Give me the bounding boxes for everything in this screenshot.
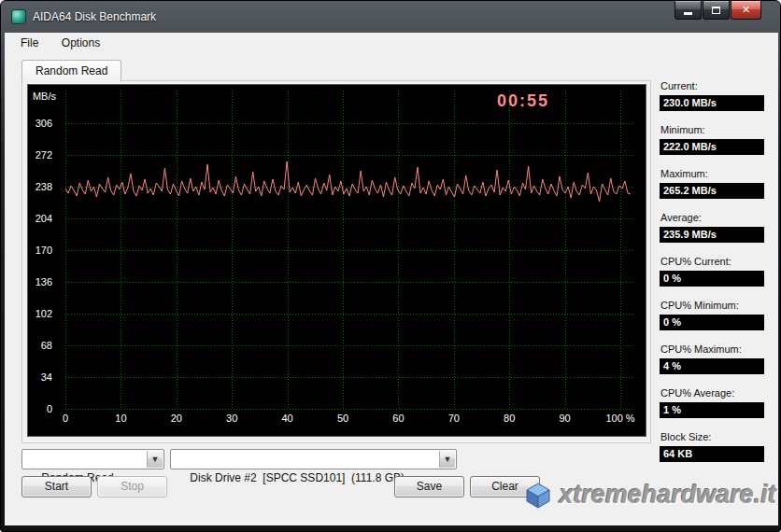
watermark-text: xtremehardware.it — [559, 481, 776, 510]
start-button[interactable]: Start — [21, 476, 92, 497]
minimize-icon — [684, 12, 692, 15]
y-tick-label: 238 — [28, 181, 52, 192]
stat-value-cpu-average: 1 % — [660, 402, 764, 418]
window-title: AIDA64 Disk Benchmark — [33, 10, 156, 23]
save-button[interactable]: Save — [394, 476, 464, 497]
stat-value-current: 230.0 MB/s — [660, 95, 764, 111]
window-controls: ✕ — [674, 1, 761, 20]
close-button[interactable]: ✕ — [731, 1, 761, 20]
stat-label-cpu-average: CPU% Average: — [660, 387, 764, 399]
stat-label-maximum: Maximum: — [660, 168, 764, 180]
stop-button[interactable]: Stop — [97, 476, 167, 497]
x-tick-label: 40 — [262, 413, 314, 424]
stat-label-average: Average: — [660, 212, 764, 224]
y-tick-label: 34 — [28, 371, 52, 383]
y-tick-label: 272 — [28, 149, 52, 161]
chart-canvas — [28, 85, 646, 436]
x-tick-label: 60 — [372, 413, 424, 424]
y-axis-unit-label: MB/s — [28, 91, 56, 102]
x-tick-label: 100 % — [594, 413, 646, 424]
stat-value-cpu-minimum: 0 % — [660, 315, 764, 330]
menu-file[interactable]: File — [11, 33, 48, 55]
x-tick-label: 70 — [428, 413, 480, 424]
x-tick-label: 30 — [206, 413, 258, 424]
stat-label-current: Current: — [660, 80, 764, 92]
y-tick-label: 136 — [28, 276, 52, 287]
stat-value-cpu-maximum: 4 % — [660, 358, 764, 374]
maximize-icon — [712, 7, 720, 14]
maximize-button[interactable] — [703, 1, 730, 20]
y-tick-label: 170 — [28, 245, 52, 256]
menu-bar: File Options — [5, 33, 778, 55]
stat-value-minimum: 222.0 MB/s — [660, 139, 764, 155]
stat-value-maximum: 265.2 MB/s — [660, 183, 764, 199]
chevron-down-icon[interactable]: ▼ — [147, 451, 163, 468]
menu-options[interactable]: Options — [52, 33, 109, 55]
x-tick-label: 80 — [483, 413, 535, 424]
y-tick-label: 68 — [28, 340, 52, 351]
y-tick-label: 204 — [28, 213, 52, 224]
app-icon — [11, 9, 26, 24]
drive-select[interactable]: Disk Drive #2 [SPCC SSD101] (111.8 GB) ▼ — [170, 449, 457, 469]
close-icon: ✕ — [742, 4, 750, 16]
x-tick-label: 10 — [94, 413, 147, 424]
title-bar[interactable]: AIDA64 Disk Benchmark ✕ — [1, 1, 780, 33]
chevron-down-icon[interactable]: ▼ — [439, 451, 455, 468]
x-tick-label: 20 — [150, 413, 203, 424]
stat-label-cpu-minimum: CPU% Minimum: — [660, 300, 764, 312]
app-window: AIDA64 Disk Benchmark ✕ File Options Ran… — [0, 0, 781, 532]
minimize-button[interactable] — [674, 1, 702, 20]
x-tick-label: 90 — [539, 413, 591, 424]
elapsed-timer: 00:55 — [497, 91, 549, 111]
x-tick-label: 0 — [39, 413, 92, 424]
stat-label-block-size: Block Size: — [660, 431, 764, 443]
benchmark-chart: MB/s 00:55 30627223820417013610268340010… — [27, 84, 646, 437]
tab-random-read[interactable]: Random Read — [21, 60, 121, 81]
y-tick-label: 306 — [28, 118, 52, 129]
stat-value-block-size: 64 KB — [660, 446, 764, 462]
watermark: xtremehardware.it — [524, 481, 776, 510]
stat-label-cpu-current: CPU% Current: — [660, 256, 764, 268]
stat-value-average: 235.9 MB/s — [660, 227, 764, 243]
stat-value-cpu-current: 0 % — [660, 271, 764, 287]
stat-label-minimum: Minimum: — [660, 124, 764, 136]
stat-label-cpu-maximum: CPU% Maximum: — [660, 343, 764, 356]
drive-select-value: Disk Drive #2 [SPCC SSD101] (111.8 GB) — [190, 471, 405, 484]
watermark-icon — [524, 482, 552, 510]
stats-panel: Current: 230.0 MB/s Minimum: 222.0 MB/s … — [660, 80, 764, 475]
x-tick-label: 50 — [317, 413, 369, 424]
y-tick-label: 102 — [28, 308, 52, 319]
benchmark-type-select[interactable]: Random Read ▼ — [21, 449, 164, 469]
